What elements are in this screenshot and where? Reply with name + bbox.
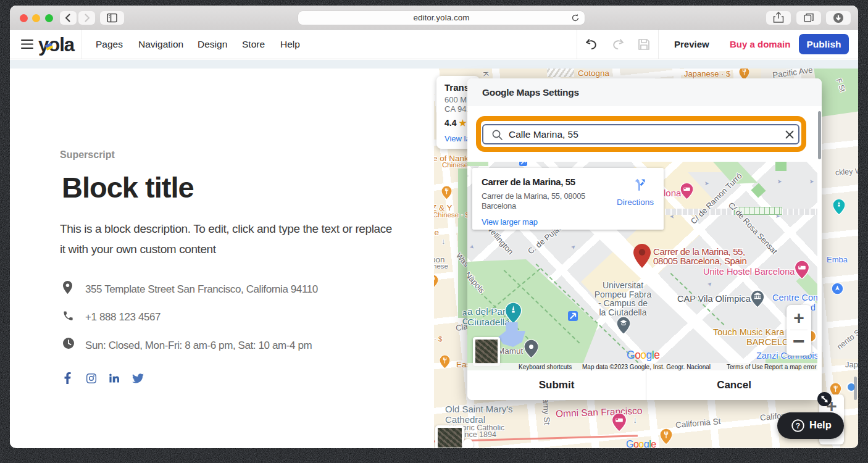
svg-text:?: ?: [796, 422, 800, 430]
